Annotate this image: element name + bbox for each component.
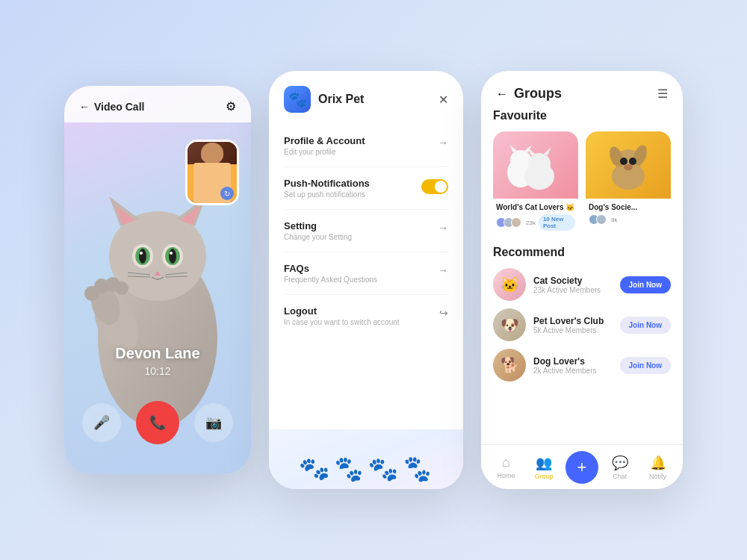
dog-lovers-join-button[interactable]: Join Now xyxy=(620,357,671,374)
notifications-title: Push-Notifications xyxy=(284,178,370,189)
video-call-title: Video Call xyxy=(94,101,144,113)
end-call-button[interactable]: 📞 xyxy=(136,401,179,444)
settings-gear-icon[interactable]: ⚙ xyxy=(226,99,236,113)
settings-item-profile[interactable]: Profile & Account Edit your profile → xyxy=(284,125,448,167)
pet-lovers-join-button[interactable]: Join Now xyxy=(620,317,671,334)
groups-title: Groups xyxy=(514,86,562,102)
settings-item-logout[interactable]: Logout In case you want to switch accoun… xyxy=(284,295,448,337)
favourite-cards: World's Cat Lovers 🐱 23k 10 New Post xyxy=(493,131,671,234)
groups-back-icon[interactable]: ← xyxy=(496,87,508,101)
settings-item-notifications[interactable]: Push-Notifications Set up push notificat… xyxy=(284,167,448,210)
pet-lovers-members: 5k Active Members xyxy=(533,326,613,335)
paw-3: 🐾 xyxy=(367,453,399,484)
cat-card-image xyxy=(493,131,578,199)
dog-lovers-info: Dog Lover's 2k Active Members xyxy=(533,356,613,375)
cat-card-name: World's Cat Lovers 🐱 xyxy=(496,203,575,211)
dog-card-meta: 8k xyxy=(589,214,668,225)
nav-home[interactable]: ⌂ Home xyxy=(487,455,525,479)
logout-item-text: Logout In case you want to switch accoun… xyxy=(284,305,400,326)
add-button[interactable]: + xyxy=(565,451,598,484)
recommend-item-dog-lovers: 🐕 Dog Lover's 2k Active Members Join Now xyxy=(493,349,671,382)
fav-card-dogs[interactable]: Dog's Socie... 8k xyxy=(586,131,671,234)
new-post-badge: 10 New Post xyxy=(539,214,575,231)
logout-subtitle: In case you want to switch account xyxy=(284,318,400,326)
phone-settings: 🐾 Orix Pet ✕ Profile & Account Edit your… xyxy=(269,71,463,489)
cat-society-avatar: 🐱 xyxy=(493,268,526,301)
cat-society-name: Cat Society xyxy=(533,276,613,286)
svg-point-39 xyxy=(624,164,633,170)
notify-icon: 🔔 xyxy=(650,455,666,471)
paw-1: 🐾 xyxy=(297,452,332,485)
nav-add[interactable]: + xyxy=(563,451,601,484)
paw-logo-icon: 🐾 xyxy=(288,90,307,108)
svg-marker-27 xyxy=(509,145,517,152)
groups-content: Favourite xyxy=(481,109,683,444)
pet-lovers-info: Pet Lover's Club 5k Active Members xyxy=(533,316,613,335)
faqs-item-text: FAQs Frequently Asked Questions xyxy=(284,263,377,284)
faqs-title: FAQs xyxy=(284,263,377,274)
refresh-icon: ↻ xyxy=(220,187,234,200)
home-label: Home xyxy=(497,472,515,479)
setting-item-text: Setting Change your Setting xyxy=(284,220,352,241)
caller-name: Devon Lane xyxy=(64,345,251,362)
paw-2: 🐾 xyxy=(332,453,365,484)
dog-lovers-avatar: 🐕 xyxy=(493,349,526,382)
phone-groups: ← Groups ☰ Favourite xyxy=(481,71,683,489)
mute-icon: 🎤 xyxy=(93,414,110,431)
svg-point-38 xyxy=(629,158,636,165)
recommend-item-pet-lovers: 🐶 Pet Lover's Club 5k Active Members Joi… xyxy=(493,308,671,341)
close-button[interactable]: ✕ xyxy=(438,93,448,107)
notifications-subtitle: Set up push notifications xyxy=(284,190,370,199)
cat-society-join-button[interactable]: Join Now xyxy=(620,276,671,293)
nav-group[interactable]: 👥 Group xyxy=(525,455,563,480)
mute-button[interactable]: 🎤 xyxy=(82,403,121,442)
logout-title: Logout xyxy=(284,305,400,317)
dog-member-count: 8k xyxy=(611,217,617,223)
setting-subtitle: Change your Setting xyxy=(284,233,352,241)
notify-label: Notify xyxy=(649,473,666,480)
arrow-icon-3: → xyxy=(438,264,448,276)
camera-toggle-button[interactable]: 📷 xyxy=(194,403,233,442)
notifications-toggle[interactable] xyxy=(421,179,448,194)
svg-point-30 xyxy=(528,153,551,174)
svg-point-26 xyxy=(510,150,531,169)
paws-decoration: 🐾 🐾 🐾 🐾 xyxy=(269,429,463,489)
chat-label: Chat xyxy=(613,473,627,480)
profile-title: Profile & Account xyxy=(284,135,365,146)
nav-chat[interactable]: 💬 Chat xyxy=(601,455,639,480)
settings-item-setting[interactable]: Setting Change your Setting → xyxy=(284,210,448,252)
settings-item-faqs[interactable]: FAQs Frequently Asked Questions → xyxy=(284,252,448,295)
filter-icon[interactable]: ☰ xyxy=(657,87,668,101)
nav-notify[interactable]: 🔔 Notify xyxy=(639,455,677,480)
video-call-header: ← Video Call ⚙ xyxy=(64,86,251,122)
groups-header: ← Groups ☰ xyxy=(481,71,683,109)
recommend-section-title: Recommend xyxy=(493,246,671,259)
caller-thumbnail: ↻ xyxy=(185,140,239,205)
camera-icon: 📷 xyxy=(205,414,222,431)
notifications-item-text: Push-Notifications Set up push notificat… xyxy=(284,178,370,199)
settings-menu: Profile & Account Edit your profile → Pu… xyxy=(269,125,463,429)
dog-card-image xyxy=(586,131,671,199)
svg-marker-32 xyxy=(544,147,551,155)
caller-info: Devon Lane 10:12 xyxy=(64,345,251,377)
faqs-subtitle: Frequently Asked Questions xyxy=(284,276,377,284)
favourite-section-title: Favourite xyxy=(493,109,671,122)
logo-icon: 🐾 xyxy=(284,86,311,113)
group-label: Group xyxy=(535,473,554,480)
pet-lovers-name: Pet Lover's Club xyxy=(533,316,613,326)
dog-card-name: Dog's Socie... xyxy=(589,203,668,211)
back-button[interactable]: ← Video Call xyxy=(79,101,144,113)
arrow-icon: → xyxy=(438,137,448,149)
back-arrow-icon: ← xyxy=(79,101,90,113)
recommend-item-cat-society: 🐱 Cat Society 23k Active Members Join No… xyxy=(493,268,671,301)
fav-card-cats[interactable]: World's Cat Lovers 🐱 23k 10 New Post xyxy=(493,131,578,234)
app-logo: 🐾 Orix Pet xyxy=(284,86,364,113)
dog-card-info: Dog's Socie... 8k xyxy=(586,199,671,228)
logout-icon: ↪ xyxy=(439,307,448,319)
svg-point-12 xyxy=(140,252,143,255)
member-count: 23k xyxy=(526,220,536,226)
member-avatars xyxy=(496,217,518,228)
dog-member-avatars xyxy=(589,214,604,225)
cat-society-info: Cat Society 23k Active Members xyxy=(533,276,613,294)
cat-society-members: 23k Active Members xyxy=(533,286,613,294)
